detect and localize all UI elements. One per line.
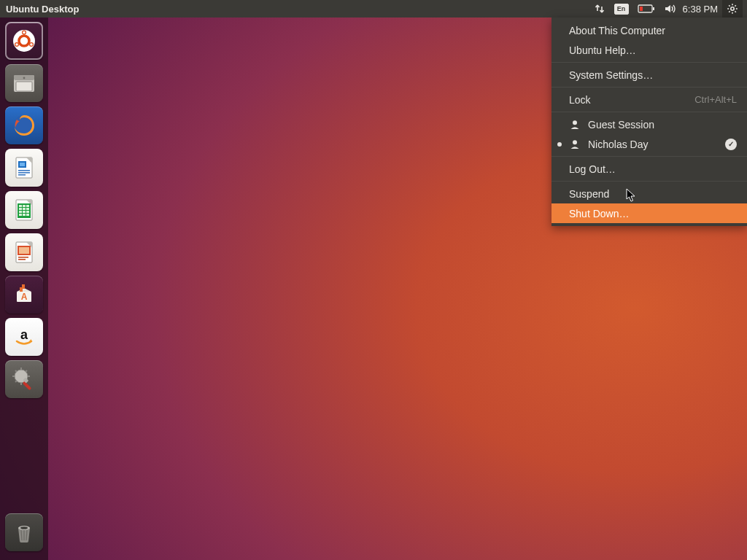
user-icon xyxy=(569,119,581,131)
menu-shutdown[interactable]: Shut Down… xyxy=(551,203,747,223)
libreoffice-impress-icon xyxy=(9,238,39,267)
svg-line-67 xyxy=(15,381,17,382)
svg-rect-42 xyxy=(26,208,29,210)
firefox-icon xyxy=(9,111,39,140)
check-icon: ✓ xyxy=(725,139,737,150)
svg-rect-31 xyxy=(18,170,30,171)
menu-system-settings-label: System Settings… xyxy=(569,69,653,81)
svg-line-66 xyxy=(26,370,27,372)
menu-system-settings[interactable]: System Settings… xyxy=(551,65,747,85)
menu-current-user[interactable]: Nicholas Day ✓ xyxy=(551,134,747,154)
menu-about-label: About This Computer xyxy=(569,25,665,36)
libreoffice-writer-icon xyxy=(9,153,39,182)
menu-lock-label: Lock xyxy=(569,94,591,106)
svg-point-3 xyxy=(731,7,734,10)
menu-separator xyxy=(551,181,747,182)
launcher-software[interactable]: A xyxy=(5,276,43,314)
menu-separator xyxy=(551,87,747,88)
volume-icon xyxy=(664,3,677,15)
svg-rect-2 xyxy=(640,7,643,11)
clock-indicator[interactable]: 6:38 PM xyxy=(681,0,722,18)
menu-lock-shortcut: Ctrl+Alt+L xyxy=(694,94,737,105)
launcher-calc[interactable] xyxy=(5,191,43,229)
svg-rect-33 xyxy=(18,174,26,176)
svg-rect-43 xyxy=(19,211,22,213)
launcher-settings[interactable] xyxy=(5,360,43,398)
amazon-icon: a xyxy=(9,322,39,351)
active-bullet-icon xyxy=(557,142,562,147)
menu-suspend[interactable]: Suspend xyxy=(551,184,747,203)
libreoffice-calc-icon xyxy=(9,195,39,225)
svg-point-17 xyxy=(23,31,26,34)
svg-rect-44 xyxy=(23,211,26,213)
menu-lock[interactable]: Lock Ctrl+Alt+L xyxy=(551,90,747,109)
svg-point-19 xyxy=(15,43,18,46)
svg-line-11 xyxy=(729,11,729,12)
launcher-trash[interactable] xyxy=(5,513,43,551)
menu-about[interactable]: About This Computer xyxy=(551,20,747,40)
svg-rect-53 xyxy=(18,257,28,258)
launcher-dash[interactable] xyxy=(5,22,43,60)
settings-icon xyxy=(9,365,39,394)
svg-rect-39 xyxy=(26,205,29,207)
sound-indicator[interactable] xyxy=(659,0,681,18)
input-method-icon: En xyxy=(614,4,629,15)
svg-rect-23 xyxy=(16,82,32,91)
software-center-icon: A xyxy=(9,280,39,309)
menu-shutdown-label: Shut Down… xyxy=(569,208,629,219)
menu-separator xyxy=(551,156,747,157)
launcher-firefox[interactable] xyxy=(5,106,43,144)
svg-point-76 xyxy=(573,140,577,144)
menu-logout-label: Log Out… xyxy=(569,163,616,175)
svg-point-71 xyxy=(20,526,28,529)
input-method-indicator[interactable]: En xyxy=(610,0,633,18)
menu-logout[interactable]: Log Out… xyxy=(551,159,747,179)
launcher-writer[interactable] xyxy=(5,149,43,187)
svg-rect-45 xyxy=(26,211,29,213)
svg-line-8 xyxy=(729,5,729,6)
svg-text:A: A xyxy=(21,292,28,302)
menu-help[interactable]: Ubuntu Help… xyxy=(551,40,747,60)
svg-point-18 xyxy=(30,43,33,46)
menu-suspend-label: Suspend xyxy=(569,188,609,200)
window-title: Ubuntu Desktop xyxy=(6,4,79,15)
network-updown-icon xyxy=(594,3,605,15)
menu-separator xyxy=(551,62,747,63)
svg-rect-68 xyxy=(23,381,32,391)
svg-line-64 xyxy=(15,370,17,372)
file-manager-icon xyxy=(9,69,39,98)
menu-guest-session[interactable]: Guest Session xyxy=(551,114,747,134)
battery-low-icon xyxy=(638,4,655,14)
svg-rect-47 xyxy=(23,214,26,216)
svg-text:a: a xyxy=(20,327,28,342)
svg-rect-40 xyxy=(19,208,22,210)
session-menu: About This Computer Ubuntu Help… System … xyxy=(551,18,747,226)
launcher-impress[interactable] xyxy=(5,233,43,271)
menu-help-label: Ubuntu Help… xyxy=(569,44,636,56)
svg-rect-32 xyxy=(18,172,30,174)
svg-rect-52 xyxy=(19,247,29,254)
network-indicator[interactable] xyxy=(589,0,610,18)
ubuntu-logo-icon xyxy=(9,26,39,55)
trash-icon xyxy=(9,518,39,547)
svg-rect-1 xyxy=(653,7,654,10)
svg-rect-46 xyxy=(19,214,22,216)
svg-point-75 xyxy=(573,120,577,125)
top-panel: Ubuntu Desktop En 6:38 PM xyxy=(0,0,747,18)
launcher-files[interactable] xyxy=(5,64,43,102)
battery-indicator[interactable] xyxy=(633,0,659,18)
launcher-amazon[interactable]: a xyxy=(5,318,43,356)
gear-icon xyxy=(727,3,738,15)
svg-rect-37 xyxy=(19,205,22,207)
svg-rect-30 xyxy=(20,163,25,166)
launcher: A a xyxy=(0,18,48,560)
svg-line-9 xyxy=(735,11,735,12)
svg-rect-41 xyxy=(23,208,26,210)
svg-rect-54 xyxy=(18,259,26,260)
session-indicator[interactable] xyxy=(722,0,743,18)
menu-user-label: Nicholas Day xyxy=(588,139,648,150)
user-icon xyxy=(569,139,581,150)
svg-rect-48 xyxy=(26,214,29,216)
menu-separator xyxy=(551,112,747,112)
svg-line-10 xyxy=(735,5,735,6)
